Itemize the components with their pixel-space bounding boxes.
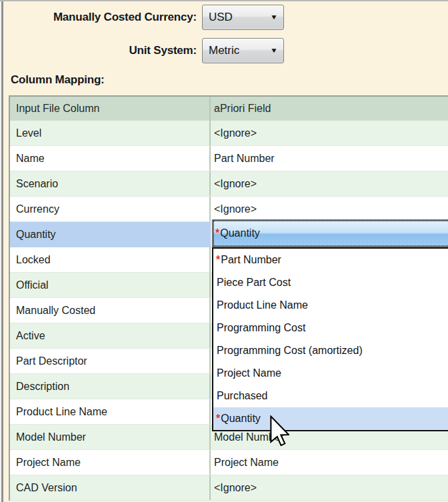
- required-marker: *: [215, 227, 219, 239]
- input-file-column-cell[interactable]: CAD Version: [10, 475, 211, 500]
- table-row[interactable]: CAD Version <Ignore>: [10, 475, 448, 501]
- dropdown-item[interactable]: Project Name: [213, 362, 448, 385]
- input-file-column-cell[interactable]: Quantity: [10, 222, 211, 247]
- editor-selected-text: *Quantity: [213, 221, 448, 246]
- table-row[interactable]: Name Part Number: [10, 146, 448, 171]
- chevron-down-icon: ▼: [270, 47, 278, 55]
- input-file-column-cell[interactable]: Level: [10, 121, 211, 145]
- dropdown-item-label: Purchased: [217, 390, 268, 402]
- editor-value: Quantity: [220, 227, 260, 239]
- dropdown-item-label: Project Name: [217, 367, 281, 379]
- currency-select[interactable]: USD ▼: [202, 5, 284, 30]
- window-edge-left: [1, 0, 3, 502]
- dropdown-item-label: Quantity: [221, 413, 261, 425]
- dropdown-item[interactable]: Product Line Name: [213, 294, 448, 317]
- input-file-column-cell[interactable]: Model Number: [10, 425, 211, 449]
- input-file-column-cell[interactable]: Currency: [10, 197, 211, 221]
- apriori-field-dropdown-list: *Part Number Piece Part Cost Product Lin…: [212, 247, 448, 431]
- unit-system-select[interactable]: Metric ▼: [202, 38, 284, 63]
- unit-system-row: Unit System: Metric ▼: [3, 37, 448, 64]
- table-row[interactable]: Level <Ignore>: [10, 121, 448, 146]
- input-file-column-cell[interactable]: Locked: [10, 247, 211, 272]
- header-input-file-column: Input File Column: [10, 97, 211, 121]
- dropdown-item-label: Programming Cost: [217, 322, 305, 334]
- dropdown-item-label: Piece Part Cost: [217, 277, 291, 289]
- apriori-field-cell[interactable]: <Ignore>: [211, 197, 448, 221]
- dropdown-item[interactable]: Purchased: [213, 385, 448, 407]
- input-file-column-cell[interactable]: Project Name: [10, 450, 211, 475]
- apriori-field-cell[interactable]: <Ignore>: [211, 475, 448, 500]
- currency-label: Manually Costed Currency:: [3, 11, 202, 24]
- apriori-field-cell[interactable]: Project Name: [211, 450, 448, 475]
- dropdown-item-label: Product Line Name: [217, 299, 308, 311]
- unit-system-label: Unit System:: [3, 44, 202, 57]
- dropdown-item[interactable]: Programming Cost (amortized): [213, 339, 448, 362]
- dropdown-item-label: Programming Cost (amortized): [217, 345, 363, 357]
- required-marker: *: [216, 413, 220, 425]
- input-file-column-cell[interactable]: Description: [10, 374, 211, 399]
- input-file-column-cell[interactable]: Manually Costed: [10, 298, 211, 323]
- window-edge-top: [0, 0, 448, 1]
- input-file-column-cell[interactable]: Scenario: [10, 171, 211, 196]
- input-file-column-cell[interactable]: Part Descriptor: [10, 349, 211, 373]
- table-row[interactable]: Currency <Ignore>: [10, 197, 448, 222]
- chevron-down-icon: ▼: [270, 13, 278, 21]
- apriori-field-cell[interactable]: Part Number: [211, 146, 448, 171]
- unit-system-value: Metric: [209, 44, 270, 57]
- table-header-row: Input File Column aPriori Field: [10, 97, 448, 121]
- table-row[interactable]: Scenario <Ignore>: [10, 171, 448, 197]
- apriori-field-editor[interactable]: *Quantity: [212, 219, 448, 247]
- input-file-column-cell[interactable]: Official: [10, 273, 211, 297]
- dropdown-item[interactable]: *Part Number: [213, 249, 448, 271]
- input-file-column-cell[interactable]: Active: [10, 323, 211, 348]
- dropdown-item[interactable]: Programming Cost: [213, 317, 448, 339]
- dropdown-item-label: Part Number: [221, 254, 281, 266]
- header-apriori-field: aPriori Field: [211, 97, 448, 121]
- required-marker: *: [216, 254, 220, 266]
- mouse-cursor-icon: [269, 415, 289, 446]
- column-mapping-heading: Column Mapping:: [11, 73, 105, 87]
- dropdown-item[interactable]: Piece Part Cost: [213, 271, 448, 294]
- input-file-column-cell[interactable]: Product Line Name: [10, 399, 211, 424]
- apriori-field-cell[interactable]: <Ignore>: [211, 121, 448, 145]
- input-file-column-cell[interactable]: Name: [10, 146, 211, 171]
- table-row[interactable]: Project Name Project Name: [10, 450, 448, 475]
- apriori-field-cell[interactable]: <Ignore>: [211, 171, 448, 196]
- currency-value: USD: [209, 11, 270, 24]
- import-settings-form: Manually Costed Currency: USD ▼ Unit Sys…: [3, 4, 448, 71]
- dropdown-item-highlighted[interactable]: *Quantity: [213, 407, 448, 430]
- currency-row: Manually Costed Currency: USD ▼: [3, 4, 448, 31]
